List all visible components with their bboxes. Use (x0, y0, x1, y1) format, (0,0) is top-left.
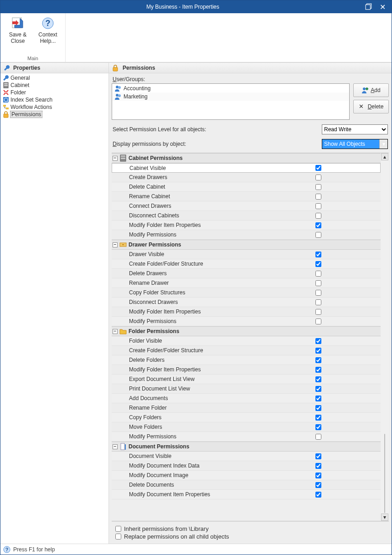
permission-row: Modify Permissions (112, 230, 381, 240)
permission-checkbox[interactable] (315, 386, 321, 392)
delete-icon: ✕ (359, 103, 366, 110)
sidebar-item-index-set-search[interactable]: Index Set Search (0, 96, 108, 103)
group-header[interactable]: −Document Permissions (112, 442, 381, 452)
permission-checkbox[interactable] (315, 376, 321, 382)
permission-row: Modify Folder Item Properties (112, 307, 381, 317)
permission-checkbox[interactable] (315, 280, 321, 286)
permission-checkbox[interactable] (315, 463, 321, 469)
permission-checkbox[interactable] (315, 252, 321, 257)
group-header[interactable]: −Folder Permissions (112, 326, 381, 336)
permission-row: Add Documents (112, 394, 381, 403)
delete-button[interactable]: ✕ Delete (353, 100, 389, 113)
permission-checkbox[interactable] (315, 309, 321, 315)
panel-header: Permissions (109, 63, 392, 73)
permission-label: Move Folders (112, 424, 256, 430)
status-text: Press F1 for help (13, 546, 55, 553)
permission-checkbox[interactable] (315, 222, 321, 228)
add-button[interactable]: Add (353, 83, 389, 97)
user-name: Marketing (124, 93, 148, 100)
sidebar-item-permissions[interactable]: Permissions (0, 111, 108, 118)
svg-point-15 (116, 86, 119, 88)
permission-checkbox[interactable] (315, 319, 321, 324)
permission-checkbox[interactable] (315, 492, 321, 498)
ribbon-group-main: Save & Close ? Context Help... Main (0, 13, 66, 62)
sidebar-item-general[interactable]: General (0, 74, 108, 82)
permission-checkbox[interactable] (315, 271, 321, 277)
permission-checkbox[interactable] (315, 175, 321, 180)
permission-checkbox[interactable] (315, 299, 321, 305)
replace-checkbox[interactable] (115, 534, 121, 540)
permission-checkbox[interactable] (315, 415, 321, 421)
user-group-item[interactable]: Marketing (113, 92, 349, 101)
svg-text:?: ? (5, 547, 9, 552)
collapse-icon[interactable]: − (113, 444, 118, 449)
ribbon: Save & Close ? Context Help... Main (0, 13, 392, 62)
title-bar: My Business - Item Properties ✕ (0, 0, 392, 13)
permission-checkbox[interactable] (315, 367, 321, 373)
group-header[interactable]: −Cabinet Permissions (112, 153, 381, 163)
permission-checkbox[interactable] (315, 184, 321, 190)
permission-checkbox[interactable] (315, 203, 321, 209)
sidebar-item-folder[interactable]: Folder (0, 89, 108, 96)
permission-checkbox[interactable] (315, 194, 321, 200)
user-groups-list[interactable]: AccountingMarketing (112, 83, 350, 120)
permission-checkbox[interactable] (315, 261, 321, 267)
user-group-item[interactable]: Accounting (113, 84, 349, 92)
permission-checkbox[interactable] (315, 473, 321, 478)
scroll-thumb[interactable] (384, 434, 385, 513)
collapse-icon[interactable]: − (113, 156, 118, 161)
permission-checkbox[interactable] (315, 348, 321, 354)
select-level-label: Select Permission Level for all objects: (113, 126, 206, 133)
collapse-icon[interactable]: − (113, 329, 118, 334)
window-controls: ✕ (365, 3, 392, 10)
restore-icon[interactable] (365, 3, 372, 10)
permission-checkbox[interactable] (315, 232, 321, 238)
group-header[interactable]: −Drawer Permissions (112, 240, 381, 250)
permission-level-select[interactable]: Read Write (322, 124, 388, 134)
permission-checkbox[interactable] (315, 338, 321, 344)
permission-checkbox[interactable] (315, 453, 321, 459)
permission-label: Delete Documents (112, 482, 256, 488)
collapse-icon[interactable]: − (113, 242, 118, 247)
svg-rect-6 (4, 83, 8, 84)
permission-checkbox[interactable] (315, 213, 321, 219)
permission-checkbox[interactable] (315, 396, 321, 401)
permission-checkbox[interactable] (315, 482, 321, 488)
permission-label: Create Folder/Folder Structure (112, 261, 256, 267)
permission-row: Create Folder/Folder Structure (112, 259, 381, 269)
sidebar-item-cabinet[interactable]: Cabinet (0, 82, 108, 89)
permission-label: Delete Folders (112, 357, 256, 363)
context-help-button[interactable]: ? Context Help... (34, 15, 62, 46)
nav-label: General (10, 75, 30, 81)
permission-label: Modify Folder Item Properties (112, 222, 256, 228)
nav-icon (2, 96, 10, 103)
permission-checkbox[interactable] (315, 290, 321, 296)
inherit-checkbox-row[interactable]: Inherit permissions from \Library (115, 525, 385, 532)
permission-checkbox[interactable] (315, 357, 321, 363)
close-icon[interactable]: ✕ (379, 3, 386, 10)
vertical-scrollbar[interactable]: ▴ ▾ (381, 153, 389, 521)
permission-checkbox[interactable] (315, 424, 321, 430)
permission-row: Modify Document Image (112, 471, 381, 480)
permission-checkbox[interactable] (315, 434, 321, 440)
permission-label: Copy Folders (112, 414, 256, 421)
permission-row: Modify Document Index Data (112, 461, 381, 471)
permission-row: Cabinet Visible (112, 163, 381, 173)
svg-point-19 (363, 87, 366, 90)
save-close-button[interactable]: Save & Close (4, 15, 31, 46)
scroll-up-icon[interactable]: ▴ (381, 153, 388, 160)
sidebar-item-workflow-actions[interactable]: Workflow Actions (0, 103, 108, 111)
permission-row: Delete Cabinet (112, 182, 381, 192)
inherit-checkbox[interactable] (115, 526, 121, 532)
display-by-value: Show All Objects (322, 141, 379, 147)
permission-checkbox[interactable] (315, 165, 321, 171)
permission-row: Modify Permissions (112, 317, 381, 326)
replace-checkbox-row[interactable]: Replace permissions on all child objects (115, 533, 385, 540)
permission-row: Delete Drawers (112, 269, 381, 278)
svg-rect-23 (121, 158, 125, 159)
display-by-select[interactable]: Show All Objects ▾ (322, 139, 388, 149)
permission-checkbox[interactable] (315, 405, 321, 411)
scroll-down-icon[interactable]: ▾ (381, 514, 388, 521)
wrench-icon (3, 64, 10, 72)
permission-label: Cabinet Visible (112, 165, 256, 171)
